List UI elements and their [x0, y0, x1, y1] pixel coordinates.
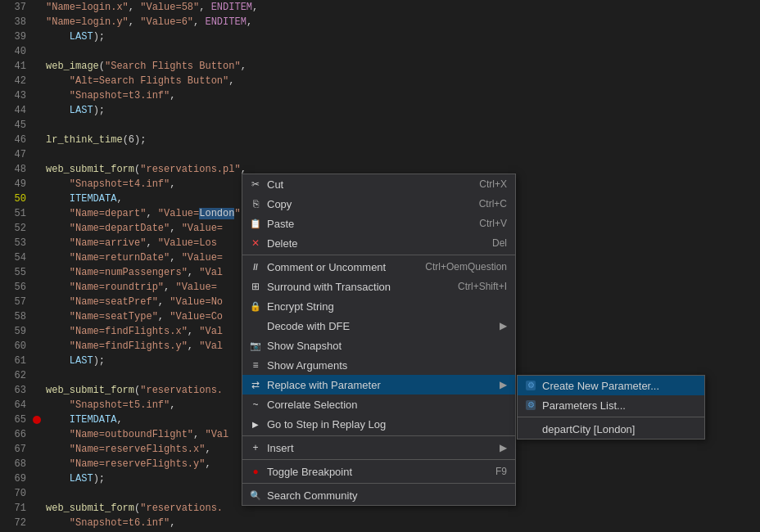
- snapshot-icon: [249, 339, 262, 352]
- insert-arrow-icon: ▶: [500, 442, 507, 453]
- breakpoint-col: [33, 398, 43, 413]
- line-number: 37: [0, 0, 33, 15]
- line-content: web_submit_form("reservations.: [43, 501, 223, 516]
- line-number: 52: [0, 221, 33, 236]
- line-number: 67: [0, 442, 33, 457]
- menu-item-decode[interactable]: Decode with DFE ▶: [242, 316, 515, 336]
- line-row: 47: [0, 147, 760, 162]
- line-content: LAST);: [43, 354, 105, 368]
- line-row: 45: [0, 118, 760, 133]
- breakpoint-col: [33, 471, 43, 486]
- menu-comment-shortcut: Ctrl+OemQuestion: [425, 261, 507, 273]
- line-number: 44: [0, 103, 33, 118]
- line-content: [43, 44, 46, 59]
- line-content: "Name=reserveFlights.x",: [43, 442, 211, 457]
- line-number: 58: [0, 309, 33, 324]
- line-row: 46 lr_think_time(6);: [0, 133, 760, 147]
- breakpoint-col: [33, 516, 43, 530]
- menu-item-paste[interactable]: Paste Ctrl+V: [242, 214, 515, 233]
- line-content: "Name=login.x", "Value=58", ENDITEM,: [43, 0, 258, 15]
- decode-icon: [249, 319, 262, 332]
- menu-paste-shortcut: Ctrl+V: [479, 218, 507, 229]
- depart-city-icon: [524, 422, 537, 435]
- menu-item-cut[interactable]: Cut Ctrl+X: [242, 174, 515, 194]
- create-param-icon: ⚙: [524, 379, 537, 392]
- line-content: "Name=arrive", "Value=Los: [43, 236, 217, 250]
- menu-item-insert[interactable]: Insert ▶: [242, 438, 515, 458]
- submenu-item-parameters-list[interactable]: ⚙ Parameters List...: [518, 395, 704, 415]
- breakpoint-col: [33, 192, 43, 206]
- breakpoint-col: [33, 162, 43, 177]
- line-number: 43: [0, 88, 33, 103]
- search-community-icon: [249, 489, 262, 502]
- line-number: 46: [0, 133, 33, 147]
- line-row: 43 "Snapshot=t3.inf",: [0, 88, 760, 103]
- breakpoint-col: [33, 15, 43, 29]
- line-number: 50: [0, 192, 33, 206]
- delete-icon: [249, 237, 262, 250]
- menu-separator-3: [242, 459, 515, 460]
- menu-delete-shortcut: Del: [492, 237, 507, 249]
- line-content: "Snapshot=t5.inf",: [43, 398, 175, 413]
- breakpoint-col: [33, 88, 43, 103]
- insert-icon: [249, 441, 262, 454]
- submenu-item-depart-city[interactable]: departCity [London]: [518, 419, 704, 439]
- breakpoint-col: [33, 354, 43, 368]
- line-number: 39: [0, 29, 33, 44]
- menu-item-delete[interactable]: Delete Del: [242, 233, 515, 253]
- params-list-icon: ⚙: [524, 399, 537, 412]
- svg-text:⚙: ⚙: [527, 400, 535, 409]
- cut-icon: [249, 178, 262, 191]
- line-content: "Name=login.y", "Value=6", ENDITEM,: [43, 15, 252, 29]
- line-number: 70: [0, 486, 33, 501]
- line-number: 56: [0, 280, 33, 295]
- svg-text:⚙: ⚙: [527, 381, 535, 390]
- breakpoint-col: [33, 501, 43, 516]
- line-row: 40: [0, 44, 760, 59]
- menu-copy-label: Copy: [267, 198, 292, 210]
- line-content: [43, 486, 46, 501]
- submenu-item-create-new-param[interactable]: ⚙ Create New Parameter...: [518, 376, 704, 395]
- breakpoint-col: [33, 324, 43, 339]
- menu-item-correlate[interactable]: Correlate Selection: [242, 394, 515, 414]
- breakpoint-col: [33, 368, 43, 383]
- line-content: "Name=returnDate", "Value=: [43, 250, 223, 265]
- breakpoint-col: [33, 44, 43, 59]
- line-content: web_submit_form("reservations.: [43, 383, 223, 398]
- menu-item-surround[interactable]: Surround with Transaction Ctrl+Shift+I: [242, 277, 515, 296]
- menu-surround-shortcut: Ctrl+Shift+I: [458, 281, 507, 292]
- menu-item-search[interactable]: Search Community: [242, 485, 515, 505]
- correlate-icon: [249, 398, 262, 411]
- menu-search-label: Search Community: [267, 489, 358, 502]
- line-content: "Alt=Search Flights Button",: [43, 74, 234, 88]
- line-content: [43, 368, 46, 383]
- replace-icon: [249, 378, 262, 391]
- breakpoint-col: [33, 74, 43, 88]
- breakpoint-col: [33, 118, 43, 133]
- menu-item-encrypt[interactable]: Encrypt String: [242, 296, 515, 316]
- menu-item-snapshot[interactable]: Show Snapshot: [242, 336, 515, 355]
- menu-item-breakpoint[interactable]: Toggle Breakpoint F9: [242, 462, 515, 481]
- line-number: 49: [0, 177, 33, 192]
- menu-item-arguments[interactable]: Show Arguments: [242, 355, 515, 375]
- menu-item-goto[interactable]: Go to Step in Replay Log: [242, 414, 515, 434]
- line-row: 42 "Alt=Search Flights Button",: [0, 74, 760, 88]
- menu-item-copy[interactable]: Copy Ctrl+C: [242, 194, 515, 214]
- surround-icon: [249, 280, 262, 293]
- menu-breakpoint-label: Toggle Breakpoint: [267, 466, 352, 478]
- menu-item-replace[interactable]: Replace with Parameter ▶ ⚙ Create New Pa…: [242, 375, 515, 394]
- line-content: LAST);: [43, 103, 105, 118]
- breakpoint-col: [33, 250, 43, 265]
- breakpoint-col: [33, 206, 43, 221]
- breakpoint-col: [33, 133, 43, 147]
- copy-icon: [249, 197, 262, 210]
- line-number: 42: [0, 74, 33, 88]
- menu-item-comment[interactable]: Comment or Uncomment Ctrl+OemQuestion: [242, 257, 515, 277]
- line-number: 47: [0, 147, 33, 162]
- line-row: 72 "Snapshot=t6.inf",: [0, 516, 760, 530]
- line-number: 71: [0, 501, 33, 516]
- goto-icon: [249, 417, 262, 431]
- line-number: 72: [0, 516, 33, 530]
- line-number: 40: [0, 44, 33, 59]
- menu-insert-label: Insert: [267, 442, 294, 454]
